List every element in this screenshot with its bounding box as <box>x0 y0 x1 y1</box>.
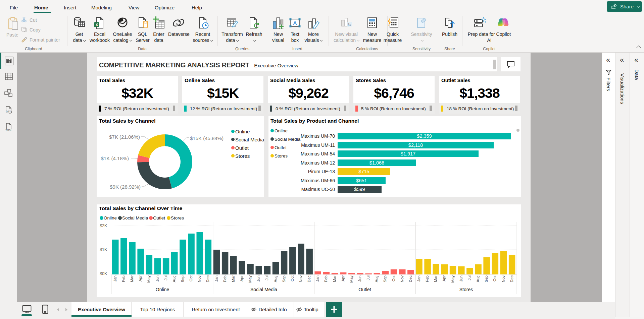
svg-text:Oct: Oct <box>189 275 193 281</box>
svg-text:Dec: Dec <box>206 275 210 282</box>
svg-text:Sep: Sep <box>282 275 286 282</box>
svg-text:Aug: Aug <box>476 275 480 282</box>
svg-text:TMDL: TMDL <box>5 129 12 131</box>
svg-text:Oct: Oct <box>493 275 497 281</box>
svg-text:Nov: Nov <box>299 275 303 282</box>
svg-text:Jun: Jun <box>358 275 362 282</box>
svg-text:May: May <box>147 275 151 283</box>
svg-text:Nov: Nov <box>197 275 201 282</box>
svg-text:Apr: Apr <box>138 275 142 281</box>
svg-text:Jun: Jun <box>155 275 159 282</box>
svg-text:Jun: Jun <box>459 275 463 282</box>
svg-text:Feb: Feb <box>223 275 227 282</box>
svg-text:Dec: Dec <box>307 275 311 282</box>
svg-text:Dec: Dec <box>408 275 412 282</box>
svg-text:Jul: Jul <box>366 275 370 280</box>
svg-text:Jan: Jan <box>113 275 117 282</box>
svg-text:Sep: Sep <box>181 275 185 282</box>
svg-text:Nov: Nov <box>501 275 505 282</box>
svg-text:Social Media: Social Media <box>250 287 277 292</box>
svg-text:Jul: Jul <box>164 275 168 280</box>
svg-text:Dec: Dec <box>510 275 514 282</box>
svg-text:Sep: Sep <box>484 275 488 282</box>
svg-text:DAX: DAX <box>6 110 11 113</box>
svg-text:Jan: Jan <box>315 275 319 282</box>
svg-text:Feb: Feb <box>425 275 429 282</box>
svg-text:Jan: Jan <box>214 275 218 282</box>
svg-text:May: May <box>451 275 455 283</box>
svg-text:Apr: Apr <box>442 275 446 281</box>
svg-text:A: A <box>293 20 297 26</box>
svg-text:X: X <box>96 23 98 27</box>
svg-text:Sep: Sep <box>383 275 387 282</box>
svg-text:May: May <box>248 275 252 283</box>
svg-text:Jan: Jan <box>417 275 421 282</box>
svg-text:May: May <box>349 275 353 283</box>
svg-text:Nov: Nov <box>400 275 404 282</box>
svg-text:Outlet: Outlet <box>358 287 371 292</box>
svg-text:Feb: Feb <box>121 275 126 282</box>
svg-text:fx: fx <box>348 22 351 27</box>
svg-text:Feb: Feb <box>324 275 328 282</box>
svg-text:Oct: Oct <box>290 275 294 281</box>
svg-text:Mar: Mar <box>333 275 337 282</box>
svg-text:Mar: Mar <box>434 275 438 282</box>
svg-text:Jun: Jun <box>256 275 260 282</box>
svg-text:Aug: Aug <box>172 275 176 282</box>
svg-text:Stores: Stores <box>459 287 473 292</box>
svg-text:Apr: Apr <box>240 275 244 281</box>
svg-text:Online: Online <box>156 287 169 292</box>
svg-text:Oct: Oct <box>392 275 396 281</box>
svg-text:Mar: Mar <box>231 275 235 282</box>
svg-text:Apr: Apr <box>341 275 345 281</box>
svg-text:Mar: Mar <box>130 275 134 282</box>
svg-text:Jul: Jul <box>265 275 269 280</box>
svg-text:Aug: Aug <box>375 275 379 282</box>
svg-text:Aug: Aug <box>274 275 278 282</box>
svg-text:Jul: Jul <box>467 275 472 280</box>
